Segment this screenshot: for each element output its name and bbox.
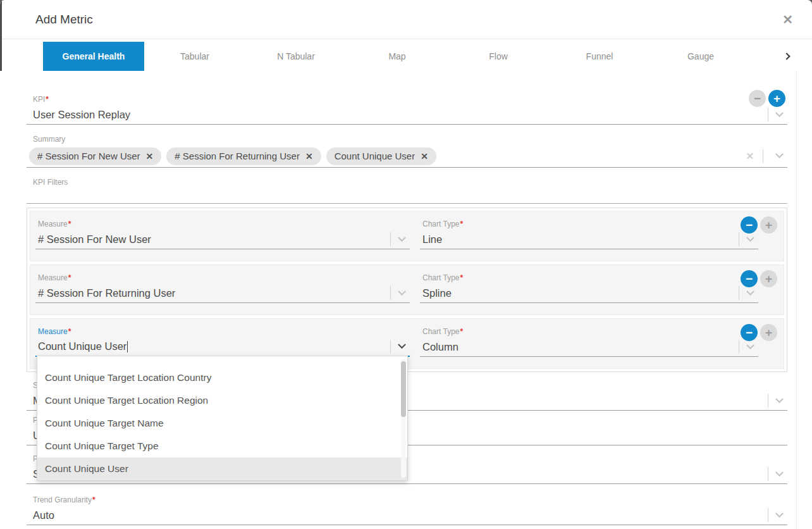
tab-tabular[interactable]: Tabular [144, 42, 245, 71]
chevron-right-icon [783, 53, 790, 59]
tab-gauge[interactable]: Gauge [650, 42, 751, 71]
chevron-down-icon[interactable] [775, 150, 784, 158]
chart-type-value: Spline [422, 287, 735, 299]
measure-dropdown-list: Count Unique Target Location Country Cou… [37, 356, 408, 481]
chevron-down-icon[interactable] [775, 468, 784, 476]
add-measure-button[interactable]: + [760, 270, 777, 287]
tab-flow[interactable]: Flow [448, 42, 549, 71]
text-cursor [127, 341, 128, 352]
chevron-down-icon[interactable] [746, 341, 754, 349]
chart-type-label: Chart Type* [420, 220, 758, 230]
kpi-field: − + KPI* User Session Replay [27, 95, 787, 125]
chart-type-value: Column [422, 341, 735, 353]
dropdown-scrollbar-thumb[interactable] [401, 361, 406, 417]
close-icon[interactable]: ✕ [782, 13, 793, 26]
remove-measure-button[interactable]: − [741, 324, 758, 341]
chart-type-column: Chart Type* Line [420, 220, 758, 261]
divider [768, 467, 768, 481]
clear-all-icon[interactable]: ✕ [746, 151, 754, 162]
measure-value: Count Unique User [38, 340, 386, 353]
summary-chip: # Session For Returning User ✕ [166, 147, 321, 165]
measure-row-1: − + Measure* # Session For New User Char… [30, 211, 784, 261]
summary-chip: Count Unique User ✕ [326, 147, 436, 165]
remove-measure-button[interactable]: − [741, 216, 758, 233]
dropdown-option[interactable]: Count Unique Target Location Country [37, 366, 407, 389]
kpi-filters-label: KPI Filters [27, 178, 787, 188]
trend-granularity-select[interactable]: Auto [27, 506, 787, 525]
measure-label: Measure* [35, 220, 410, 230]
remove-measure-button[interactable]: − [741, 270, 758, 287]
divider [739, 286, 739, 300]
chevron-down-icon[interactable] [775, 509, 784, 518]
chip-label: Count Unique User [335, 151, 415, 161]
kpi-row-actions: − + [749, 90, 785, 107]
chevron-down-icon[interactable] [746, 287, 754, 296]
measure-value: # Session For New User [38, 233, 386, 246]
chevron-down-icon[interactable] [398, 340, 406, 349]
measure-label: Measure* [35, 273, 410, 283]
kpi-label: KPI* [27, 95, 787, 105]
chart-type-label: Chart Type* [420, 273, 758, 283]
chevron-down-icon[interactable] [775, 395, 784, 403]
add-measure-button[interactable]: + [760, 216, 777, 233]
tab-funnel[interactable]: Funnel [549, 42, 650, 71]
measure-select[interactable]: # Session For Returning User [35, 283, 410, 303]
measure-row-actions: − + [741, 324, 777, 341]
tab-map[interactable]: Map [347, 42, 448, 71]
remove-kpi-button[interactable]: − [749, 90, 766, 107]
kpi-value: User Session Replay [33, 109, 764, 121]
measure-column: Measure* # Session For New User [35, 220, 410, 261]
measure-row-2: − + Measure* # Session For Returning Use… [30, 264, 784, 315]
chip-label: # Session For New User [37, 151, 140, 161]
measure-value: # Session For Returning User [38, 287, 386, 299]
measures-panel: − + Measure* # Session For New User Char… [27, 208, 787, 372]
divider [390, 286, 391, 300]
dropdown-option[interactable]: Count Unique Target Location Region [37, 389, 407, 412]
chevron-down-icon[interactable] [398, 233, 406, 242]
page-title: Add Metric [35, 13, 782, 27]
trend-granularity-label: Trend Granularity* [27, 495, 787, 506]
divider [768, 394, 768, 408]
dropdown-option[interactable]: Count Unique Target Name [37, 412, 407, 435]
summary-multiselect[interactable]: # Session For New User ✕ # Session For R… [27, 145, 787, 168]
trend-granularity-value: Auto [33, 509, 764, 521]
tab-bar: General Health Tabular N Tabular Map Flo… [43, 42, 793, 71]
divider [390, 232, 391, 246]
dropdown-option-highlighted[interactable]: Count Unique User [37, 457, 407, 480]
chip-remove-icon[interactable]: ✕ [305, 151, 313, 161]
summary-chip: # Session For New User ✕ [29, 147, 161, 165]
divider [768, 108, 768, 121]
summary-label: Summary [27, 135, 787, 145]
chart-type-label: Chart Type* [420, 327, 758, 337]
divider [763, 149, 763, 163]
tab-n-tabular[interactable]: N Tabular [245, 42, 347, 71]
chip-remove-icon[interactable]: ✕ [421, 151, 428, 161]
chart-type-select[interactable]: Column [420, 337, 758, 357]
tabs-scroll-next-button[interactable] [751, 42, 793, 71]
scroll-gutter-divider [796, 71, 797, 529]
chart-type-select[interactable]: Line [420, 230, 758, 249]
dropdown-option[interactable]: Count Unique Target Type [37, 435, 407, 457]
measure-label: Measure* [35, 327, 410, 337]
measure-row-actions: − + [741, 270, 777, 287]
tab-general-health[interactable]: General Health [43, 42, 144, 71]
measure-column: Measure* # Session For Returning User [35, 273, 410, 314]
chevron-down-icon[interactable] [398, 287, 406, 296]
chevron-down-icon[interactable] [775, 109, 784, 117]
add-metric-dialog: Add Metric ✕ General Health Tabular N Ta… [0, 0, 812, 529]
divider [739, 232, 739, 246]
chart-type-select[interactable]: Spline [420, 283, 758, 303]
kpi-select[interactable]: User Session Replay [27, 105, 787, 125]
chart-type-value: Line [422, 233, 735, 246]
chip-remove-icon[interactable]: ✕ [146, 151, 154, 161]
chip-label: # Session For Returning User [175, 151, 300, 161]
chevron-down-icon[interactable] [746, 233, 754, 242]
divider [768, 508, 768, 522]
add-measure-button[interactable]: + [760, 324, 777, 341]
divider [390, 340, 391, 354]
measure-combobox-input[interactable]: Count Unique User [35, 337, 410, 357]
kpi-filters-input[interactable] [27, 188, 787, 204]
divider [739, 340, 739, 354]
add-kpi-button[interactable]: + [768, 90, 785, 107]
measure-select[interactable]: # Session For New User [35, 230, 410, 249]
